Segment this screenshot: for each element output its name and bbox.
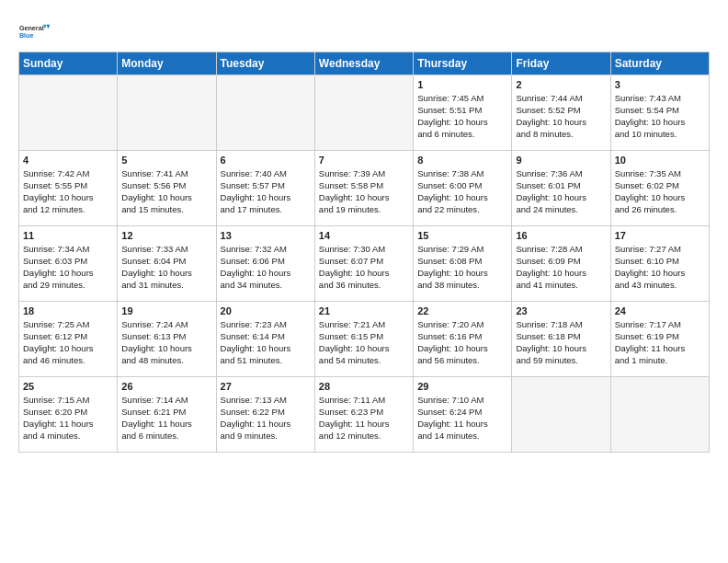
week-row-4: 25Sunrise: 7:15 AM Sunset: 6:20 PM Dayli… — [19, 377, 710, 453]
day-info: Sunrise: 7:14 AM Sunset: 6:21 PM Dayligh… — [121, 395, 211, 442]
calendar-cell: 13Sunrise: 7:32 AM Sunset: 6:06 PM Dayli… — [216, 226, 314, 302]
day-info: Sunrise: 7:35 AM Sunset: 6:02 PM Dayligh… — [615, 168, 705, 215]
calendar-cell: 14Sunrise: 7:30 AM Sunset: 6:07 PM Dayli… — [314, 226, 413, 302]
calendar-cell: 12Sunrise: 7:33 AM Sunset: 6:04 PM Dayli… — [118, 226, 216, 302]
day-info: Sunrise: 7:33 AM Sunset: 6:04 PM Dayligh… — [121, 244, 211, 291]
calendar-body: 1Sunrise: 7:45 AM Sunset: 5:51 PM Daylig… — [19, 75, 710, 453]
day-info: Sunrise: 7:32 AM Sunset: 6:06 PM Dayligh… — [221, 244, 311, 291]
calendar-cell: 27Sunrise: 7:13 AM Sunset: 6:22 PM Dayli… — [216, 377, 314, 453]
svg-marker-2 — [47, 25, 51, 29]
day-number: 16 — [516, 229, 606, 243]
weekday-header-saturday: Saturday — [610, 52, 709, 75]
calendar-cell: 18Sunrise: 7:25 AM Sunset: 6:12 PM Dayli… — [19, 302, 118, 377]
day-number: 25 — [23, 380, 113, 394]
day-number: 19 — [121, 304, 211, 318]
day-info: Sunrise: 7:27 AM Sunset: 6:10 PM Dayligh… — [615, 244, 705, 291]
calendar-cell — [512, 377, 610, 453]
day-info: Sunrise: 7:38 AM Sunset: 6:00 PM Dayligh… — [417, 168, 507, 215]
calendar-cell — [314, 75, 413, 151]
day-number: 21 — [319, 304, 409, 318]
day-info: Sunrise: 7:15 AM Sunset: 6:20 PM Dayligh… — [23, 395, 113, 442]
calendar-cell — [19, 75, 118, 151]
calendar-cell: 17Sunrise: 7:27 AM Sunset: 6:10 PM Dayli… — [610, 226, 709, 302]
day-info: Sunrise: 7:29 AM Sunset: 6:08 PM Dayligh… — [417, 244, 507, 291]
day-number: 5 — [121, 154, 211, 167]
day-number: 18 — [23, 304, 113, 318]
calendar-cell — [118, 75, 216, 151]
calendar-cell: 2Sunrise: 7:44 AM Sunset: 5:52 PM Daylig… — [512, 75, 610, 151]
day-info: Sunrise: 7:42 AM Sunset: 5:55 PM Dayligh… — [23, 168, 113, 215]
weekday-header-sunday: Sunday — [19, 52, 118, 75]
calendar-cell: 11Sunrise: 7:34 AM Sunset: 6:03 PM Dayli… — [19, 226, 118, 302]
day-number: 29 — [417, 380, 507, 394]
logo-icon: GeneralBlue — [18, 15, 51, 48]
calendar-table: SundayMondayTuesdayWednesdayThursdayFrid… — [18, 52, 710, 453]
calendar-cell — [216, 75, 314, 151]
calendar-cell: 24Sunrise: 7:17 AM Sunset: 6:19 PM Dayli… — [610, 302, 709, 377]
day-info: Sunrise: 7:11 AM Sunset: 6:23 PM Dayligh… — [319, 395, 409, 442]
calendar-cell: 21Sunrise: 7:21 AM Sunset: 6:15 PM Dayli… — [314, 302, 413, 377]
calendar-cell: 28Sunrise: 7:11 AM Sunset: 6:23 PM Dayli… — [314, 377, 413, 453]
day-number: 23 — [516, 304, 606, 318]
day-number: 7 — [319, 154, 409, 167]
day-number: 27 — [221, 380, 311, 394]
calendar-cell: 4Sunrise: 7:42 AM Sunset: 5:55 PM Daylig… — [19, 151, 118, 226]
day-number: 11 — [23, 229, 113, 243]
week-row-1: 4Sunrise: 7:42 AM Sunset: 5:55 PM Daylig… — [19, 151, 710, 226]
calendar-cell: 22Sunrise: 7:20 AM Sunset: 6:16 PM Dayli… — [414, 302, 512, 377]
day-info: Sunrise: 7:40 AM Sunset: 5:57 PM Dayligh… — [221, 168, 311, 215]
calendar-cell: 8Sunrise: 7:38 AM Sunset: 6:00 PM Daylig… — [414, 151, 512, 226]
calendar-cell: 15Sunrise: 7:29 AM Sunset: 6:08 PM Dayli… — [414, 226, 512, 302]
day-number: 4 — [23, 154, 113, 167]
calendar-cell: 23Sunrise: 7:18 AM Sunset: 6:18 PM Dayli… — [512, 302, 610, 377]
day-number: 26 — [121, 380, 211, 394]
svg-text:Blue: Blue — [19, 31, 34, 40]
calendar-cell: 6Sunrise: 7:40 AM Sunset: 5:57 PM Daylig… — [216, 151, 314, 226]
week-row-3: 18Sunrise: 7:25 AM Sunset: 6:12 PM Dayli… — [19, 302, 710, 377]
weekday-header-thursday: Thursday — [414, 52, 512, 75]
day-info: Sunrise: 7:18 AM Sunset: 6:18 PM Dayligh… — [516, 319, 606, 366]
calendar-cell: 5Sunrise: 7:41 AM Sunset: 5:56 PM Daylig… — [118, 151, 216, 226]
day-number: 2 — [516, 78, 606, 92]
day-number: 1 — [417, 78, 507, 92]
day-info: Sunrise: 7:23 AM Sunset: 6:14 PM Dayligh… — [221, 319, 311, 366]
logo: GeneralBlue — [18, 15, 51, 48]
week-row-2: 11Sunrise: 7:34 AM Sunset: 6:03 PM Dayli… — [19, 226, 710, 302]
calendar-cell: 1Sunrise: 7:45 AM Sunset: 5:51 PM Daylig… — [414, 75, 512, 151]
day-info: Sunrise: 7:43 AM Sunset: 5:54 PM Dayligh… — [615, 93, 705, 140]
day-number: 12 — [121, 229, 211, 243]
calendar-cell: 9Sunrise: 7:36 AM Sunset: 6:01 PM Daylig… — [512, 151, 610, 226]
day-info: Sunrise: 7:25 AM Sunset: 6:12 PM Dayligh… — [23, 319, 113, 366]
day-info: Sunrise: 7:13 AM Sunset: 6:22 PM Dayligh… — [221, 395, 311, 442]
calendar-cell: 29Sunrise: 7:10 AM Sunset: 6:24 PM Dayli… — [414, 377, 512, 453]
day-info: Sunrise: 7:41 AM Sunset: 5:56 PM Dayligh… — [121, 168, 211, 215]
calendar-cell: 25Sunrise: 7:15 AM Sunset: 6:20 PM Dayli… — [19, 377, 118, 453]
calendar-cell: 20Sunrise: 7:23 AM Sunset: 6:14 PM Dayli… — [216, 302, 314, 377]
week-row-0: 1Sunrise: 7:45 AM Sunset: 5:51 PM Daylig… — [19, 75, 710, 151]
weekday-header-monday: Monday — [118, 52, 216, 75]
calendar-cell: 3Sunrise: 7:43 AM Sunset: 5:54 PM Daylig… — [610, 75, 709, 151]
calendar-cell: 7Sunrise: 7:39 AM Sunset: 5:58 PM Daylig… — [314, 151, 413, 226]
day-number: 8 — [417, 154, 507, 167]
day-info: Sunrise: 7:20 AM Sunset: 6:16 PM Dayligh… — [417, 319, 507, 366]
svg-text:General: General — [19, 24, 44, 32]
day-number: 15 — [417, 229, 507, 243]
weekday-header-wednesday: Wednesday — [314, 52, 413, 75]
day-info: Sunrise: 7:24 AM Sunset: 6:13 PM Dayligh… — [121, 319, 211, 366]
day-info: Sunrise: 7:10 AM Sunset: 6:24 PM Dayligh… — [417, 395, 507, 442]
day-info: Sunrise: 7:21 AM Sunset: 6:15 PM Dayligh… — [319, 319, 409, 366]
day-number: 17 — [615, 229, 705, 243]
day-number: 13 — [221, 229, 311, 243]
calendar-cell: 19Sunrise: 7:24 AM Sunset: 6:13 PM Dayli… — [118, 302, 216, 377]
page: GeneralBlue SundayMondayTuesdayWednesday… — [0, 0, 728, 462]
day-info: Sunrise: 7:45 AM Sunset: 5:51 PM Dayligh… — [417, 93, 507, 140]
day-number: 14 — [319, 229, 409, 243]
day-info: Sunrise: 7:30 AM Sunset: 6:07 PM Dayligh… — [319, 244, 409, 291]
day-info: Sunrise: 7:36 AM Sunset: 6:01 PM Dayligh… — [516, 168, 606, 215]
day-number: 9 — [516, 154, 606, 167]
day-number: 10 — [615, 154, 705, 167]
day-number: 20 — [221, 304, 311, 318]
day-info: Sunrise: 7:34 AM Sunset: 6:03 PM Dayligh… — [23, 244, 113, 291]
calendar-cell: 16Sunrise: 7:28 AM Sunset: 6:09 PM Dayli… — [512, 226, 610, 302]
calendar-cell: 26Sunrise: 7:14 AM Sunset: 6:21 PM Dayli… — [118, 377, 216, 453]
